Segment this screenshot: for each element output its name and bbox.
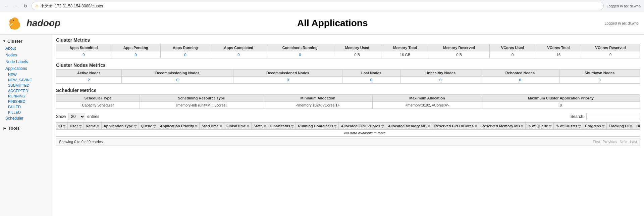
sidebar-sub-item-killed[interactable]: KILLED <box>0 110 52 115</box>
cluster-nodes-table: Active Nodes Decommissioning Nodes Decom… <box>56 69 640 84</box>
col-apps-running: Apps Running <box>160 44 210 51</box>
th-id[interactable]: ID ▽ <box>56 123 68 130</box>
val-vcores-total: 16 <box>536 51 581 58</box>
val-apps-completed[interactable]: 0 <box>210 51 267 58</box>
svg-point-3 <box>13 20 14 21</box>
tools-section[interactable]: ► Tools <box>0 124 52 132</box>
alloc-mem-sort-icon: ▽ <box>428 125 430 128</box>
table-no-data-row: No data available in table <box>56 130 640 137</box>
entries-select[interactable]: 20 10 25 50 100 <box>68 113 85 120</box>
sidebar-sub-item-failed[interactable]: FAILED <box>0 104 52 110</box>
pagination-first[interactable]: First <box>593 140 600 144</box>
val-memory-reserved: 0 B <box>429 51 489 58</box>
hadoop-elephant-icon <box>5 15 24 32</box>
tracking-ui-sort-icon: ▽ <box>630 125 632 128</box>
th-running-containers[interactable]: Running Containers ▽ <box>296 123 339 130</box>
scheduler-metrics-title: Scheduler Metrics <box>56 88 640 93</box>
th-tracking-ui[interactable]: Tracking UI ▽ <box>606 123 634 130</box>
sidebar-item-about[interactable]: About <box>0 45 52 52</box>
sidebar-item-applications[interactable]: Applications <box>0 65 52 72</box>
col-containers-running: Containers Running <box>267 44 333 51</box>
sidebar-item-scheduler[interactable]: Scheduler <box>0 115 52 122</box>
col-lost-nodes: Lost Nodes <box>342 70 400 77</box>
sidebar-sub-item-submitted[interactable]: SUBMITTED <box>0 83 52 88</box>
th-progress[interactable]: Progress ▽ <box>583 123 607 130</box>
user-logged-in: Logged in as: dr.who <box>604 21 639 25</box>
cluster-metrics-title: Cluster Metrics <box>56 37 640 43</box>
th-app-priority[interactable]: Application Priority ▽ <box>158 123 200 130</box>
finish-time-sort-icon: ▽ <box>247 125 249 128</box>
th-reserved-cpu[interactable]: Reserved CPU VCores ▽ <box>432 123 479 130</box>
sidebar-sub-item-new[interactable]: NEW <box>0 72 52 77</box>
val-apps-pending[interactable]: 0 <box>111 51 160 58</box>
val-rebooted-nodes[interactable]: 0 <box>481 77 559 84</box>
th-alloc-mem[interactable]: Allocated Memory MB ▽ <box>386 123 432 130</box>
val-apps-submitted[interactable]: 0 <box>56 51 111 58</box>
val-active-nodes[interactable]: 2 <box>56 77 122 84</box>
back-button[interactable]: ← <box>3 3 10 9</box>
cluster-section[interactable]: ▼ Cluster <box>0 37 52 45</box>
pagination-bar: Showing 0 to 0 of 0 entries First Previo… <box>56 138 640 145</box>
sidebar-sub-item-finished[interactable]: FINISHED <box>0 99 52 104</box>
col-maximum-allocation: Maximum Allocation <box>373 95 482 102</box>
address-bar[interactable]: ⚠ 不安全 172.31.58.154:8088/cluster <box>32 2 604 10</box>
col-apps-completed: Apps Completed <box>210 44 267 51</box>
sidebar-item-node-labels[interactable]: Node Labels <box>0 58 52 65</box>
sidebar-sub-item-new-saving[interactable]: NEW_SAVING <box>0 77 52 83</box>
sidebar-sub-item-running[interactable]: RUNNING <box>0 93 52 99</box>
val-unhealthy-nodes[interactable]: 0 <box>400 77 481 84</box>
sidebar-item-nodes[interactable]: Nodes <box>0 52 52 58</box>
th-queue[interactable]: Queue ▽ <box>139 123 158 130</box>
pagination-last[interactable]: Last <box>630 140 637 144</box>
col-vcores-reserved: VCores Reserved <box>581 44 640 51</box>
val-max-cluster-app-priority: 0 <box>482 102 640 109</box>
url-text: 172.31.58.154:8088/cluster <box>55 4 103 8</box>
pct-cluster-sort-icon: ▽ <box>578 125 581 128</box>
col-apps-submitted: Apps Submitted <box>56 44 111 51</box>
col-memory-used: Memory Used <box>333 44 381 51</box>
val-lost-nodes[interactable]: 0 <box>342 77 400 84</box>
val-apps-running[interactable]: 0 <box>160 51 210 58</box>
th-alloc-cpu[interactable]: Allocated CPU VCores ▽ <box>339 123 386 130</box>
col-unhealthy-nodes: Unhealthy Nodes <box>400 70 481 77</box>
th-user[interactable]: User ▽ <box>68 123 84 130</box>
th-app-type[interactable]: Application Type ▽ <box>101 123 139 130</box>
id-sort-icon: ▽ <box>63 125 65 128</box>
name-sort-icon: ▽ <box>97 125 99 128</box>
logged-in-text: Logged in as: dr.who <box>606 4 641 8</box>
th-final-status[interactable]: FinalStatus ▽ <box>268 123 296 130</box>
applications-table: ID ▽ User ▽ Name ▽ Application Type <box>56 122 640 137</box>
user-sort-icon: ▽ <box>79 125 82 128</box>
forward-button[interactable]: → <box>13 3 19 9</box>
th-reserved-mem[interactable]: Reserved Memory MB ▽ <box>479 123 526 130</box>
col-scheduling-resource-type: Scheduling Resource Type <box>140 95 263 102</box>
security-icon: ⚠ <box>35 4 39 8</box>
data-table-wrapper: ID ▽ User ▽ Name ▽ Application Type <box>56 122 640 137</box>
search-input[interactable] <box>586 113 640 120</box>
val-shutdown-nodes[interactable]: 0 <box>559 77 640 84</box>
th-blacklisted-nodes[interactable]: Blacklisted Nodes ▽ <box>634 123 640 130</box>
val-scheduling-resource-type: [memory-mb (unit=Mi), vcores] <box>140 102 263 109</box>
th-pct-cluster[interactable]: % of Cluster ▽ <box>553 123 583 130</box>
th-pct-queue[interactable]: % of Queue ▽ <box>526 123 554 130</box>
th-start-time[interactable]: StartTime ▽ <box>200 123 224 130</box>
page-title: All Applications <box>60 18 604 29</box>
top-header: hadoop All Applications Logged in as: dr… <box>0 12 644 35</box>
col-vcores-used: VCores Used <box>489 44 536 51</box>
reload-button[interactable]: ↻ <box>22 3 29 9</box>
pagination-previous[interactable]: Previous <box>603 140 617 144</box>
th-state[interactable]: State ▽ <box>251 123 268 130</box>
show-label: Show <box>56 114 66 119</box>
val-containers-running[interactable]: 0 <box>267 51 333 58</box>
hadoop-logo: hadoop <box>5 15 60 32</box>
sidebar-sub-item-accepted[interactable]: ACCEPTED <box>0 88 52 93</box>
cluster-label: Cluster <box>7 39 22 44</box>
val-decommissioned-nodes[interactable]: 0 <box>233 77 342 84</box>
pagination-buttons: First Previous Next Last <box>593 140 637 144</box>
th-name[interactable]: Name ▽ <box>84 123 101 130</box>
val-decommissioning-nodes[interactable]: 0 <box>121 77 233 84</box>
running-containers-sort-icon: ▽ <box>334 125 336 128</box>
pagination-next[interactable]: Next <box>620 140 628 144</box>
reserved-cpu-sort-icon: ▽ <box>475 125 477 128</box>
th-finish-time[interactable]: FinishTime ▽ <box>224 123 251 130</box>
